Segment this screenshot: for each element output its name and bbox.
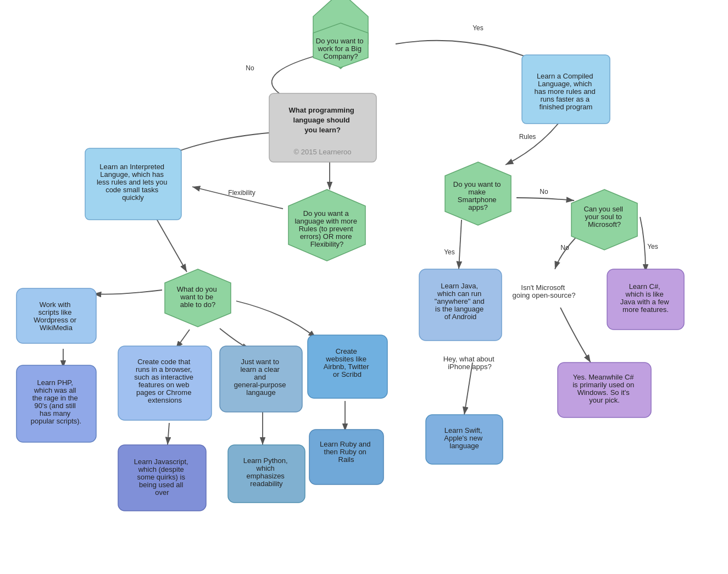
- arrow-whatdo-createwebsites: [236, 301, 316, 338]
- text-learnswift: Learn Swift, Apple's new language: [444, 426, 484, 450]
- text-wordpress: Work with scripts like Wordpress or Wiki…: [34, 300, 78, 332]
- text-compiled: Learn a Compiled Language, which has mor…: [535, 72, 598, 111]
- arrow-interpreted-whatdo: [154, 214, 187, 272]
- text-sellsoul: Can you sell your soul to Microsoft?: [583, 205, 625, 229]
- text-main-copy: © 2015 Learneroo: [294, 148, 352, 156]
- text-iphone: Hey, what about iPhone apps?: [443, 355, 497, 371]
- label-no-bigcompany: No: [246, 64, 254, 72]
- text-learnphp: Learn PHP, which was all the rage in the…: [31, 378, 81, 425]
- text-whatdo: What do you want to be able to do?: [177, 285, 219, 309]
- arrow-smartphone-java: [459, 220, 462, 269]
- text-learnpython: Learn Python, which emphasizes readabili…: [243, 456, 290, 488]
- label-yes-sellsoul: Yes: [647, 243, 658, 250]
- arrow-createbrowser-js: [168, 423, 169, 445]
- label-yes-smartphone: Yes: [444, 248, 455, 256]
- label-flexibility: Flexibility: [228, 189, 255, 197]
- label-no-smartphone: No: [540, 188, 548, 196]
- arrow-smartphone-sellsoul: [516, 198, 574, 200]
- label-yes-bigcompany: Yes: [473, 24, 484, 32]
- flowchart: Yes No Rules Flexibility Yes No Yes No: [0, 0, 728, 574]
- arrow-whatdo-wordpress: [93, 290, 162, 294]
- text-notmicrosoft: Isn't Microsoft going open-source?: [513, 283, 576, 299]
- label-no-sellsoul: No: [560, 244, 569, 252]
- arrow-main-interpreted: [165, 132, 280, 157]
- label-rules: Rules: [519, 133, 536, 141]
- arrow-sellsoul-csharp: [640, 217, 646, 272]
- arrow-compiled-smartphone: [505, 121, 560, 165]
- arrow-notmicrosoft-csharpwindows: [560, 308, 591, 363]
